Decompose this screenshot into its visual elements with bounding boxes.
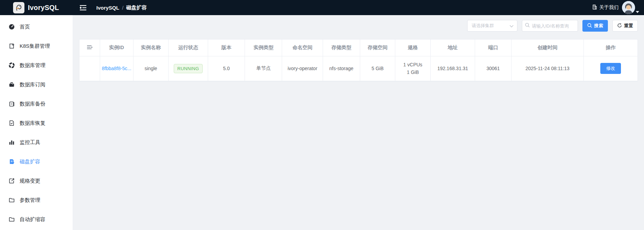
about-us-link[interactable]: 关于我们 <box>592 4 619 11</box>
sidebar-item-label: 首页 <box>20 24 30 30</box>
sidebar-item-label: 自动扩缩容 <box>20 216 45 223</box>
sidebar-item-label: 数据库恢复 <box>20 120 45 127</box>
row-handle-cell <box>79 56 100 81</box>
storage-size-cell: 5 GiB <box>360 56 395 81</box>
reset-button[interactable]: 重置 <box>612 20 638 32</box>
col-header-instance-type: 实例类型 <box>245 40 282 56</box>
brand-name: IvorySQL <box>28 4 59 12</box>
reset-button-label: 重置 <box>624 23 633 29</box>
breadcrumb-separator: / <box>122 5 124 11</box>
chevron-down-icon <box>636 11 639 13</box>
cluster-icon <box>8 43 15 50</box>
avatar[interactable] <box>622 1 635 14</box>
spec-cell: 1 vCPUs 1 GiB <box>395 56 430 81</box>
instances-table: 实例ID 实例名称 运行状态 版本 实例类型 命名空间 存储类型 存储空间 规格… <box>79 39 638 81</box>
autoscale-icon <box>8 216 15 223</box>
breadcrumb-current: 磁盘扩容 <box>126 4 147 11</box>
subscription-icon <box>8 81 15 88</box>
column-settings-icon[interactable] <box>87 45 93 50</box>
main-content: 请选择集群 搜索 重置 <box>73 15 644 230</box>
sidebar-item-label: 参数管理 <box>20 197 40 204</box>
refresh-icon <box>617 23 622 29</box>
chevron-down-icon <box>509 23 514 29</box>
dashboard-icon <box>8 24 15 30</box>
restore-icon <box>8 120 15 127</box>
user-menu[interactable] <box>622 0 638 15</box>
search-icon <box>587 23 592 29</box>
monitor-icon <box>8 139 15 146</box>
sidebar-item-label: 监控工具 <box>20 139 40 146</box>
spec-change-icon <box>8 178 15 184</box>
edit-button[interactable]: 修改 <box>600 63 621 74</box>
namespace-cell: ivory-operator <box>282 56 323 81</box>
col-header-namespace: 命名空间 <box>282 40 323 56</box>
sidebar-item-database-backup[interactable]: 数据库备份 <box>0 94 73 113</box>
sidebar-item-label: K8S集群管理 <box>20 43 50 50</box>
breadcrumb: IvorySQL / 磁盘扩容 <box>96 4 147 11</box>
sidebar-item-k8s-cluster[interactable]: K8S集群管理 <box>0 36 73 56</box>
cluster-select[interactable]: 请选择集群 <box>467 20 517 32</box>
search-button[interactable]: 搜索 <box>582 20 608 32</box>
search-icon <box>525 23 530 29</box>
building-icon <box>592 4 597 11</box>
column-settings-header[interactable] <box>79 40 100 56</box>
about-us-label: 关于我们 <box>599 4 619 11</box>
breadcrumb-root[interactable]: IvorySQL <box>96 5 119 11</box>
col-header-instance-name: 实例名称 <box>133 40 168 56</box>
cluster-select-placeholder: 请选择集群 <box>472 23 494 29</box>
version-cell: 5.0 <box>208 56 245 81</box>
col-header-status: 运行状态 <box>169 40 208 56</box>
search-button-label: 搜索 <box>594 23 603 29</box>
param-icon <box>8 197 15 204</box>
created-at-cell: 2025-11-24 08:11:13 <box>511 56 583 81</box>
brand: IvorySQL <box>0 2 73 13</box>
sidebar-item-home[interactable]: 首页 <box>0 17 73 36</box>
status-badge: RUNNING <box>174 64 203 73</box>
sidebar-item-label: 数据库订阅 <box>20 81 45 88</box>
col-header-port: 端口 <box>475 40 512 56</box>
col-header-address: 地址 <box>430 40 475 56</box>
sidebar-item-spec-change[interactable]: 规格变更 <box>0 171 73 190</box>
sidebar-item-label: 数据库管理 <box>20 62 45 69</box>
sidebar-item-autoscale[interactable]: 自动扩缩容 <box>0 210 73 229</box>
top-bar: IvorySQL IvorySQL / 磁盘扩容 <box>0 0 644 15</box>
instance-id-link[interactable]: 8fbba8f8-5c... <box>102 66 131 71</box>
instance-type-cell: 单节点 <box>245 56 282 81</box>
backup-icon <box>8 101 15 107</box>
search-box <box>522 20 578 32</box>
col-header-spec: 规格 <box>395 40 430 56</box>
instance-name-cell: single <box>133 56 168 81</box>
ivorysql-logo-icon <box>13 2 24 13</box>
col-header-created-at: 创建时间 <box>511 40 583 56</box>
menu-fold-icon[interactable] <box>80 5 86 11</box>
sidebar-item-param-manage[interactable]: 参数管理 <box>0 190 73 210</box>
table-row: 8fbba8f8-5c... single RUNNING 5.0 单节点 iv… <box>79 56 637 81</box>
database-manage-icon <box>8 62 15 69</box>
table-header-row: 实例ID 实例名称 运行状态 版本 实例类型 命名空间 存储类型 存储空间 规格… <box>79 40 637 56</box>
storage-type-cell: nfs-storage <box>323 56 360 81</box>
search-input[interactable] <box>532 23 575 29</box>
filter-toolbar: 请选择集群 搜索 重置 <box>79 20 638 32</box>
col-header-storage-type: 存储类型 <box>323 40 360 56</box>
port-cell: 30061 <box>475 56 512 81</box>
col-header-actions: 操作 <box>584 40 637 56</box>
col-header-instance-id: 实例ID <box>100 40 133 56</box>
disk-expand-icon <box>8 158 15 165</box>
sidebar-item-disk-expand[interactable]: 磁盘扩容 <box>0 152 73 171</box>
sidebar-item-label: 数据库备份 <box>20 101 45 107</box>
address-cell: 192.168.31.31 <box>430 56 475 81</box>
spec-memory: 1 GiB <box>395 68 430 76</box>
sidebar-item-label: 规格变更 <box>20 178 40 184</box>
sidebar: 首页 K8S集群管理 数据库管理 数据库订阅 数据库备份 <box>0 15 73 230</box>
sidebar-item-database-manage[interactable]: 数据库管理 <box>0 56 73 75</box>
sidebar-item-monitor-tools[interactable]: 监控工具 <box>0 133 73 152</box>
col-header-storage-size: 存储空间 <box>360 40 395 56</box>
col-header-version: 版本 <box>208 40 245 56</box>
sidebar-item-database-subscribe[interactable]: 数据库订阅 <box>0 75 73 94</box>
sidebar-item-label: 磁盘扩容 <box>20 158 40 165</box>
spec-cpu: 1 vCPUs <box>395 61 430 68</box>
sidebar-item-database-restore[interactable]: 数据库恢复 <box>0 113 73 133</box>
